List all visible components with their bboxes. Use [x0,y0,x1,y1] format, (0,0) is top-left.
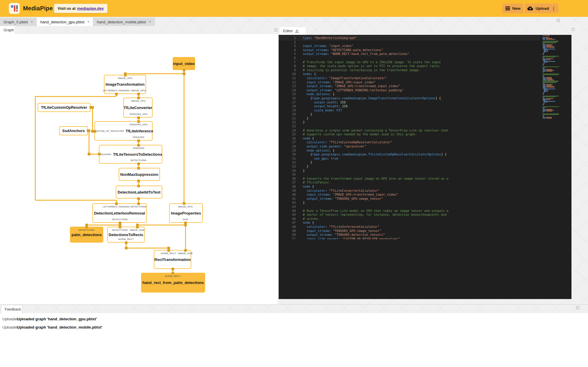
minimap-line [543,82,566,83]
code-line[interactable]: 15 node_options: { [279,92,540,96]
code-line[interactable]: 36# Converts the transformed input image… [279,177,540,181]
code-line[interactable]: 29 node_options: { [279,149,540,153]
code-line[interactable]: 41 output_stream: "TENSORS_GPU:image_ten… [279,197,540,201]
code-line[interactable]: 16 [type.googleapis.com/mediapipe.ImageT… [279,96,540,100]
more-options-icon[interactable]: ⋮ [551,6,556,11]
code-line[interactable]: 51 input_side_packet: "CUSTOM_OP_RESOLVE… [279,237,540,239]
code-line[interactable]: 9# resulting in potential letterboxing i… [279,68,540,72]
code-line[interactable]: 40 input_stream: "IMAGE_GPU:transformed_… [279,193,540,197]
code-line[interactable]: 42} [279,201,540,205]
code-line[interactable]: 34} [279,169,540,173]
code-line[interactable]: 18 output_height: 256 [279,104,540,108]
graph-node-detection-letterbox-removal[interactable]: LETTERBOX_PADDINGDETECTIONSDETECTIONSDet… [92,203,147,223]
line-number: 31 [279,157,296,161]
code-line[interactable]: 17 output_width: 256 [279,100,540,105]
graph-node-title: RectTransformation [154,257,191,262]
code-line[interactable]: 11 calculator: "ImageTransformationCalcu… [279,76,540,80]
download-icon[interactable] [295,29,299,33]
graph-node-ssd-anchors[interactable]: SsdAnchors [59,126,88,135]
code-line[interactable]: 43 [279,205,540,209]
code-line[interactable]: 33 } [279,165,540,169]
code-line[interactable]: 48 calculator: "TfLiteInferenceCalculato… [279,225,540,229]
graph-node-detection-label-id-to-text[interactable]: DetectionLabelIdToText [116,186,162,199]
code-line[interactable]: 2 [279,40,540,44]
code-line[interactable]: 32 } [279,160,540,165]
graph-node-palm-detections[interactable]: DETECTIONSpalm_detections [70,227,103,243]
code-line[interactable]: 8# image, the scale_mode option is set t… [279,64,540,68]
code-line[interactable]: 27 calculator: "TfLiteCustomOpResolverCa… [279,140,540,144]
code-line[interactable]: 26node { [279,137,540,141]
feedback-panel-maximize-icon[interactable] [576,306,579,309]
line-number: 6 [279,56,296,60]
graph-node-title: TfLiteInference [126,129,153,133]
code-line[interactable]: 50 output_stream: "TENSORS:detection_ten… [279,233,540,237]
minimap-line [543,71,566,72]
feedback-panel-tab[interactable]: Feedback [1,305,22,314]
line-number: 1 [279,36,296,40]
code-editor[interactable]: 1type: "HandDetectionSubgraph"23input_st… [279,36,540,239]
upload-button[interactable]: Upload ⋮ [525,4,558,13]
code-line[interactable]: 37# TfLiteTensor. [279,181,540,185]
code-line[interactable]: 12 input_stream: "IMAGE_GPU:input_video" [279,80,540,85]
graph-node-hand-rect-from-palm-detections[interactable]: NORM_RECThand_rect_from_palm_detections [141,273,205,293]
graph-node-title: TfLiteTensorsToDetections [113,152,162,157]
code-line[interactable]: 14 output_stream: "LETTERBOX_PADDING:let… [279,88,540,92]
code-line[interactable]: 3input_stream: "input_video" [279,44,540,48]
editor-minimap[interactable] [543,35,566,119]
code-line[interactable]: 39 calculator: "TfLiteConverterCalculato… [279,189,540,193]
code-line[interactable]: 31 use_gpu: true [279,157,540,161]
code-line[interactable]: 6 [279,56,540,60]
line-number: 43 [279,205,296,209]
line-number: 32 [279,160,296,165]
code-line[interactable]: 46# scores. [279,217,540,221]
graph-port-joint [125,241,128,244]
code-line[interactable]: 24# Generates a single side packet conta… [279,129,540,133]
minimap-line [543,96,566,96]
graph-node-tflite-tensors-to-detections[interactable]: TENSORSDETECTIONSANCHORSTfLiteTensorsToD… [99,145,162,164]
graph-canvas[interactable]: input_videoIMAGE_GPULETTERBOX_PADDINGIMA… [0,0,278,304]
graph-node-image-transformation[interactable]: IMAGE_GPULETTERBOX_PADDINGIMAGE_GPUImage… [104,75,146,94]
line-number: 23 [279,124,296,129]
new-button[interactable]: New [502,4,523,13]
graph-node-title: palm_detections [71,233,102,237]
code-line[interactable]: 20 } [279,112,540,116]
line-number: 34 [279,169,296,173]
code-line[interactable]: 35 [279,173,540,177]
code-line[interactable]: 30 [type.googleapis.com/mediapipe.TfLite… [279,152,540,157]
graph-node-tflite-converter[interactable]: IMAGE_GPUTENSORS_GPUTfLiteConverter [123,98,153,118]
line-number: 51 [279,237,296,239]
layout-maximize-icon[interactable] [557,19,560,22]
graph-node-tflite-inference[interactable]: TENSORS_GPUTENSORSCUSTOM_OP_RESOLVERTfLi… [94,121,153,141]
code-line[interactable]: 22} [279,120,540,124]
minimap-line [543,36,566,37]
code-line[interactable]: 23 [279,124,540,129]
graph-node-non-max-suppression[interactable]: NonMaxSuppression [119,168,160,181]
code-line[interactable]: 19 scale_mode: FIT [279,108,540,113]
code-line[interactable]: 21 } [279,116,540,121]
minimap-line [543,103,566,103]
code-line[interactable]: 7# Transforms the input image on GPU to … [279,60,540,64]
minimap-line [543,107,566,108]
code-line[interactable]: 47node { [279,221,540,225]
code-line[interactable]: 5output_stream: "NORM_RECT:hand_rect_fro… [279,52,540,56]
code-line[interactable]: 25# supports custom ops needed by the mo… [279,132,540,137]
code-line[interactable]: 4output_stream: "DETECTIONS:palm_detecti… [279,48,540,52]
minimap-line [543,69,566,70]
minimap-line [543,54,566,55]
code-line[interactable]: 13 output_stream: "IMAGE_GPU:transformed… [279,84,540,88]
code-line[interactable]: 44# Runs a TensorFlow Lite model on GPU … [279,209,540,213]
code-line[interactable]: 28 output_side_packet: "opresolver" [279,144,540,149]
code-line[interactable]: 1type: "HandDetectionSubgraph" [279,36,540,40]
graph-node-input-video[interactable]: input_video [173,57,195,70]
minimap-line [543,84,566,85]
code-line[interactable]: 45# vector of tensors representing, for … [279,213,540,217]
code-line[interactable]: 49 input_stream: "TENSORS_GPU:image_tens… [279,229,540,233]
graph-node-detections-to-rects[interactable]: DETECTIONSIMAGE_SIZENORM_RECTDetectionsT… [107,227,145,243]
code-line[interactable]: 10node: { [279,72,540,76]
editor-panel-tab[interactable]: Editor [280,27,306,35]
graph-node-tflite-custom-op-resolver[interactable]: TfLiteCustomOpResolver [37,103,91,112]
editor-panel-maximize-icon[interactable] [572,28,574,31]
graph-node-image-properties[interactable]: IMAGE_GPUSIZEImageProperties [169,203,203,223]
code-line[interactable]: 38node { [279,185,540,189]
graph-node-rect-transformation[interactable]: NORM_RECTIMAGE_SIZERectTransformation [154,250,191,269]
